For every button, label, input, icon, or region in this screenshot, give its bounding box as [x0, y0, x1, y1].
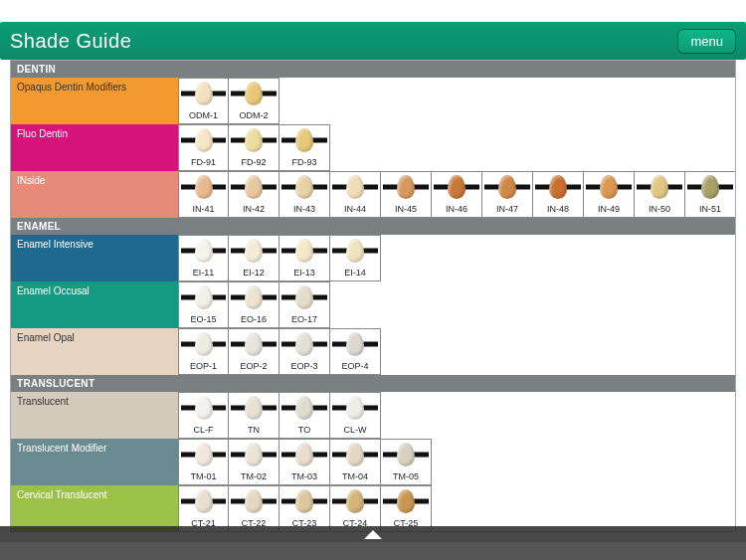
shade-swatch[interactable]: ODM-2: [229, 78, 280, 124]
section-header: TRANSLUCENT: [11, 375, 735, 392]
swatch-preview: [381, 172, 431, 202]
row-label: Translucent Modifier: [11, 439, 178, 485]
shade-swatch[interactable]: CT-25: [381, 485, 432, 532]
swatch-preview: [280, 236, 329, 266]
shade-swatch[interactable]: IN-45: [381, 171, 432, 218]
swatch-code: FD-91: [191, 155, 216, 170]
swatch-preview: [584, 172, 634, 202]
swatch-code: IN-48: [547, 202, 569, 217]
shade-row: INsideIN-41IN-42IN-43IN-44IN-45IN-46IN-4…: [11, 171, 735, 218]
swatch-code: TM-03: [291, 469, 317, 484]
device-frame-bottom: [0, 542, 746, 560]
shade-row: Enamel OccusalEO-15EO-16EO-17: [11, 281, 735, 328]
shade-egg-icon: [498, 175, 516, 199]
shade-egg-icon: [346, 239, 364, 263]
swatch-code: IN-42: [243, 202, 265, 217]
swatch-code: EO-17: [291, 312, 317, 327]
app-screen: Shade Guide menu DENTINOpaqus Dentin Mod…: [0, 0, 746, 560]
swatch-preview: [179, 172, 228, 202]
shade-swatch[interactable]: EOP-3: [280, 328, 330, 375]
shade-row: Opaqus Dentin ModifiersODM-1ODM-2: [11, 78, 735, 124]
shade-egg-icon: [600, 175, 618, 199]
shade-swatch[interactable]: IN-50: [635, 171, 685, 218]
swatch-preview: [229, 172, 279, 202]
swatch-preview: [280, 282, 329, 312]
menu-button[interactable]: menu: [677, 29, 736, 54]
shade-swatch[interactable]: CT-21: [178, 485, 229, 532]
swatch-code: EI-12: [243, 266, 265, 280]
shade-egg-icon: [295, 489, 313, 513]
swatch-preview: [179, 393, 228, 423]
section-header: ENAMEL: [11, 218, 735, 235]
shade-egg-icon: [245, 285, 263, 309]
shade-swatch[interactable]: TN: [229, 392, 280, 439]
shade-swatch[interactable]: CT-24: [330, 485, 381, 532]
shade-swatch[interactable]: ODM-1: [178, 78, 229, 124]
swatch-code: FD-93: [291, 155, 316, 170]
shade-egg-icon: [346, 332, 364, 356]
shade-egg-icon: [245, 239, 263, 263]
shade-swatch[interactable]: EOP-2: [229, 328, 280, 375]
swatch-preview: [280, 172, 329, 202]
drawer-handle[interactable]: [0, 526, 746, 542]
shade-swatch[interactable]: FD-93: [280, 124, 330, 171]
section-header: DENTIN: [11, 61, 735, 78]
shade-swatch[interactable]: CL-F: [178, 392, 229, 439]
shade-swatch[interactable]: EO-15: [178, 281, 229, 328]
shade-swatch[interactable]: TM-02: [229, 439, 280, 485]
shade-swatch[interactable]: TM-04: [330, 439, 381, 485]
shade-swatch[interactable]: TM-03: [280, 439, 330, 485]
swatch-code: EI-14: [344, 266, 366, 280]
shade-egg-icon: [195, 239, 213, 263]
shade-swatch[interactable]: IN-49: [584, 171, 635, 218]
shade-swatch[interactable]: EI-14: [330, 235, 381, 281]
shade-swatch[interactable]: TM-05: [381, 439, 432, 485]
shade-egg-icon: [195, 396, 213, 420]
shade-egg-icon: [295, 285, 313, 309]
shade-egg-icon: [245, 175, 263, 199]
shade-swatch[interactable]: EI-12: [229, 235, 280, 281]
swatch-code: ODM-2: [240, 108, 269, 123]
shade-swatch[interactable]: EOP-4: [330, 328, 381, 375]
shade-egg-icon: [295, 332, 313, 356]
shade-swatch[interactable]: EI-13: [280, 235, 330, 281]
shade-swatch[interactable]: CT-22: [229, 485, 280, 532]
swatch-list: EO-15EO-16EO-17: [178, 281, 330, 328]
row-label: Enamel Occusal: [11, 281, 178, 328]
shade-egg-icon: [295, 175, 313, 199]
shade-swatch[interactable]: IN-48: [533, 171, 584, 218]
shade-swatch[interactable]: CL-W: [330, 392, 381, 439]
shade-swatch[interactable]: IN-51: [685, 171, 736, 218]
shade-swatch[interactable]: FD-91: [178, 124, 229, 171]
shade-swatch[interactable]: EOP-1: [178, 328, 229, 375]
swatch-code: IN-46: [446, 202, 467, 217]
shade-row: TranslucentCL-FTNTOCL-W: [11, 392, 735, 439]
swatch-code: EOP-1: [190, 359, 217, 374]
shade-swatch[interactable]: FD-92: [229, 124, 280, 171]
shade-swatch[interactable]: IN-47: [482, 171, 533, 218]
swatch-code: EO-16: [241, 312, 267, 327]
shade-swatch[interactable]: EO-16: [229, 281, 280, 328]
shade-swatch[interactable]: IN-42: [229, 171, 280, 218]
swatch-preview: [229, 393, 279, 423]
shade-egg-icon: [295, 239, 313, 263]
swatch-preview: [685, 172, 735, 202]
swatch-preview: [229, 440, 279, 469]
shade-swatch[interactable]: EI-11: [178, 235, 229, 281]
shade-swatch[interactable]: IN-44: [330, 171, 381, 218]
row-label: INside: [11, 171, 178, 218]
shade-swatch[interactable]: CT-23: [280, 485, 330, 532]
shade-egg-icon: [245, 443, 263, 467]
shade-swatch[interactable]: IN-41: [178, 171, 229, 218]
swatch-code: EOP-3: [290, 359, 317, 374]
shade-swatch[interactable]: IN-46: [432, 171, 482, 218]
swatch-code: TO: [298, 423, 310, 438]
shade-swatch[interactable]: TO: [280, 392, 330, 439]
shade-egg-icon: [549, 175, 567, 199]
swatch-code: TM-04: [342, 469, 368, 484]
shade-swatch[interactable]: TM-01: [178, 439, 229, 485]
shade-egg-icon: [397, 443, 415, 467]
shade-swatch[interactable]: EO-17: [280, 281, 330, 328]
shade-row: Fluo DentinFD-91FD-92FD-93: [11, 124, 735, 171]
shade-swatch[interactable]: IN-43: [280, 171, 330, 218]
